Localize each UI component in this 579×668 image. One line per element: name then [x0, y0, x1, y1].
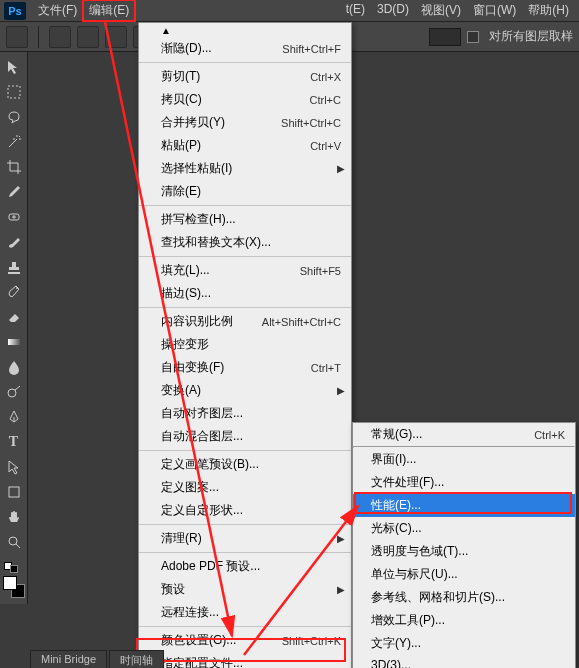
prefs-menu-item[interactable]: 常规(G)...Ctrl+K	[353, 423, 575, 446]
menu-item-label: 拼写检查(H)...	[161, 211, 341, 228]
prefs-menu-item[interactable]: 文件处理(F)...	[353, 471, 575, 494]
edit-menu-item[interactable]: 颜色设置(G)...Shift+Ctrl+K	[139, 629, 351, 652]
menu-item-label: 远程连接...	[161, 604, 341, 621]
menu-item-label: 剪切(T)	[161, 68, 310, 85]
wand-tool-icon[interactable]	[2, 130, 26, 154]
menu-window[interactable]: 窗口(W)	[467, 0, 522, 21]
tab-timeline[interactable]: 时间轴	[109, 650, 164, 668]
blur-tool-icon[interactable]	[2, 355, 26, 379]
move-tool-icon[interactable]	[2, 55, 26, 79]
edit-menu-item[interactable]: 填充(L)...Shift+F5	[139, 259, 351, 282]
menu-item-label: 颜色设置(G)...	[161, 632, 282, 649]
sample-all-layers-label: 对所有图层取样	[489, 28, 573, 45]
menu-edit[interactable]: 编辑(E)	[83, 0, 135, 21]
prefs-menu-item[interactable]: 增效工具(P)...	[353, 609, 575, 632]
active-tool-indicator[interactable]	[6, 26, 28, 48]
svg-point-6	[9, 537, 17, 545]
edit-menu-item[interactable]: 定义画笔预设(B)...	[139, 453, 351, 476]
tab-mini-bridge[interactable]: Mini Bridge	[30, 650, 107, 668]
zoom-tool-icon[interactable]	[2, 530, 26, 554]
edit-menu-item[interactable]: 自动对齐图层...	[139, 402, 351, 425]
shape-tool-icon[interactable]	[2, 480, 26, 504]
menu-file[interactable]: 文件(F)	[32, 0, 83, 21]
dropdown-scroll-up[interactable]: ▲	[139, 23, 351, 37]
menu-item-shortcut: Shift+F5	[300, 265, 341, 277]
edit-menu-item[interactable]: 拷贝(C)Ctrl+C	[139, 88, 351, 111]
foreground-color-swatch[interactable]	[3, 576, 17, 590]
edit-menu-item[interactable]: 操控变形	[139, 333, 351, 356]
path-select-tool-icon[interactable]	[2, 455, 26, 479]
menu-separator	[139, 524, 351, 525]
prefs-menu-item[interactable]: 文字(Y)...	[353, 632, 575, 655]
edit-menu-item[interactable]: 内容识别比例Alt+Shift+Ctrl+C	[139, 310, 351, 333]
eyedropper-tool-icon[interactable]	[2, 180, 26, 204]
menu-item-label: 透明度与色域(T)...	[371, 543, 565, 560]
gradient-tool-icon[interactable]	[2, 330, 26, 354]
edit-menu-item[interactable]: 指定配置文件...	[139, 652, 351, 668]
menu-item-label: 单位与标尺(U)...	[371, 566, 565, 583]
menu-item-label: 清理(R)	[161, 530, 341, 547]
brush-tool-icon[interactable]	[2, 230, 26, 254]
edit-menu-item[interactable]: 自动混合图层...	[139, 425, 351, 448]
edit-menu-item[interactable]: 描边(S)...	[139, 282, 351, 305]
stamp-tool-icon[interactable]	[2, 255, 26, 279]
menu-item-label: 自由变换(F)	[161, 359, 311, 376]
menu-item-label: 定义图案...	[161, 479, 341, 496]
prefs-menu-item[interactable]: 单位与标尺(U)...	[353, 563, 575, 586]
menu-item-label: 拷贝(C)	[161, 91, 310, 108]
edit-menu-item[interactable]: 远程连接...	[139, 601, 351, 624]
menu-3d[interactable]: 3D(D)	[371, 0, 415, 21]
menu-item-label: 粘贴(P)	[161, 137, 310, 154]
prefs-menu-item[interactable]: 透明度与色域(T)...	[353, 540, 575, 563]
bottom-panel-tabs: Mini Bridge 时间轴	[30, 650, 164, 668]
type-tool-icon[interactable]: T	[2, 430, 26, 454]
selection-mode-add[interactable]	[77, 26, 99, 48]
edit-menu-item[interactable]: 清理(R)▶	[139, 527, 351, 550]
edit-menu-item[interactable]: 查找和替换文本(X)...	[139, 231, 351, 254]
prefs-menu-item[interactable]: 光标(C)...	[353, 517, 575, 540]
prefs-menu-item[interactable]: 界面(I)...	[353, 448, 575, 471]
marquee-tool-icon[interactable]	[2, 80, 26, 104]
color-swatches[interactable]	[0, 558, 27, 602]
menu-view[interactable]: 视图(V)	[415, 0, 467, 21]
option-field[interactable]	[429, 28, 461, 46]
edit-menu-item[interactable]: Adobe PDF 预设...	[139, 555, 351, 578]
menu-help[interactable]: 帮助(H)	[522, 0, 575, 21]
pen-tool-icon[interactable]	[2, 405, 26, 429]
sample-all-layers-checkbox[interactable]	[467, 31, 479, 43]
edit-menu-item[interactable]: 剪切(T)Ctrl+X	[139, 65, 351, 88]
menu-item-label: 合并拷贝(Y)	[161, 114, 281, 131]
hand-tool-icon[interactable]	[2, 505, 26, 529]
prefs-menu-item[interactable]: 参考线、网格和切片(S)...	[353, 586, 575, 609]
svg-point-4	[8, 389, 16, 397]
edit-menu-item[interactable]: 定义图案...	[139, 476, 351, 499]
lasso-tool-icon[interactable]	[2, 105, 26, 129]
edit-menu-item[interactable]: 渐隐(D)...Shift+Ctrl+F	[139, 37, 351, 60]
menu-item-label: 指定配置文件...	[161, 655, 341, 668]
menu-item-label: 自动混合图层...	[161, 428, 341, 445]
prefs-menu-item[interactable]: 性能(E)...	[353, 494, 575, 517]
edit-menu-item[interactable]: 合并拷贝(Y)Shift+Ctrl+C	[139, 111, 351, 134]
menu-item-label: 定义画笔预设(B)...	[161, 456, 341, 473]
eraser-tool-icon[interactable]	[2, 305, 26, 329]
edit-menu-item[interactable]: 定义自定形状...	[139, 499, 351, 522]
edit-menu-item[interactable]: 自由变换(F)Ctrl+T	[139, 356, 351, 379]
selection-mode-new[interactable]	[49, 26, 71, 48]
menu-partial[interactable]: t(E)	[340, 0, 371, 21]
history-brush-tool-icon[interactable]	[2, 280, 26, 304]
edit-menu-item[interactable]: 选择性粘贴(I)▶	[139, 157, 351, 180]
crop-tool-icon[interactable]	[2, 155, 26, 179]
menu-separator	[139, 307, 351, 308]
prefs-menu-item[interactable]: 3D(3)...	[353, 655, 575, 668]
edit-menu-item[interactable]: 变换(A)▶	[139, 379, 351, 402]
preferences-submenu: 常规(G)...Ctrl+K界面(I)...文件处理(F)...性能(E)...…	[352, 422, 576, 668]
edit-menu-item[interactable]: 清除(E)	[139, 180, 351, 203]
healing-tool-icon[interactable]	[2, 205, 26, 229]
edit-menu-item[interactable]: 预设▶	[139, 578, 351, 601]
edit-menu-item[interactable]: 粘贴(P)Ctrl+V	[139, 134, 351, 157]
selection-mode-sub[interactable]	[105, 26, 127, 48]
menu-separator	[139, 450, 351, 451]
swap-default-colors-icon[interactable]	[4, 562, 24, 574]
edit-menu-item[interactable]: 拼写检查(H)...	[139, 208, 351, 231]
dodge-tool-icon[interactable]	[2, 380, 26, 404]
